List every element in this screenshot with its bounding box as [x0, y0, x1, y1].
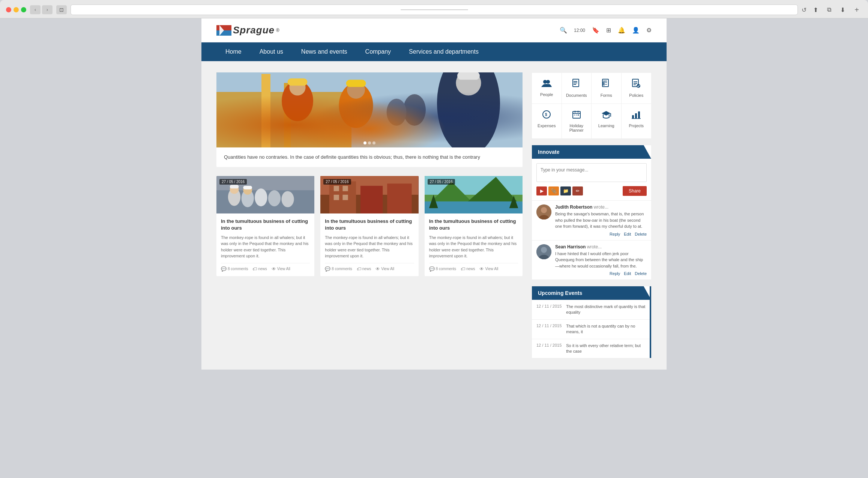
event-text-3: So it is with every other relative term;… — [566, 343, 647, 355]
minimize-button[interactable] — [14, 7, 19, 12]
back-button[interactable]: ‹ — [30, 5, 41, 14]
quick-link-policies[interactable]: Policies — [622, 73, 652, 104]
svg-rect-36 — [334, 195, 339, 200]
svg-rect-59 — [634, 83, 637, 84]
quick-links-grid: People Documents — [532, 72, 652, 139]
nav-item-news[interactable]: News and events — [292, 42, 356, 61]
sidebar-toggle-button[interactable]: ⊡ — [56, 5, 67, 14]
comments-count-2: 8 comments — [332, 267, 352, 271]
user-icon[interactable]: 👤 — [632, 27, 640, 34]
policies-icon — [625, 79, 649, 91]
event-text-1: The most distinctive mark of quantity is… — [566, 304, 647, 316]
svg-point-78 — [541, 207, 547, 213]
news-tag-1[interactable]: 🏷 news — [252, 266, 267, 272]
toolbar-attach-button[interactable]: 📎 — [548, 186, 559, 195]
events-scrollbar[interactable] — [650, 286, 651, 358]
quick-link-learning[interactable]: Learning — [592, 104, 622, 138]
bookmark-icon[interactable]: 🔖 — [592, 27, 599, 34]
quick-link-people-label: People — [535, 92, 559, 97]
people-svg-icon — [541, 79, 552, 88]
hero-dots — [363, 141, 375, 144]
quick-link-documents[interactable]: Documents — [562, 73, 592, 104]
download-button[interactable]: ⬇ — [837, 5, 848, 14]
view-icon-3: 👁 — [479, 266, 484, 272]
grid-icon[interactable]: ⊞ — [606, 27, 611, 34]
comment-content-1: Judith Robertson wrote... Being the sava… — [555, 204, 647, 236]
hero-dot-2[interactable] — [368, 141, 371, 144]
traffic-lights — [6, 7, 26, 12]
documents-icon — [565, 79, 589, 91]
news-tag-2[interactable]: 🏷 news — [357, 266, 371, 272]
content-area: Quantities have no contraries. In the ca… — [201, 61, 667, 370]
reload-button[interactable]: ↺ — [802, 6, 806, 14]
toolbar-folder-button[interactable]: 📁 — [560, 186, 571, 195]
comment-reply-1[interactable]: Reply — [610, 232, 620, 236]
news-date-badge-2: 27 / 05 / 2016 — [323, 179, 351, 185]
toolbar-icons: ▶ 📎 📁 ✏ — [536, 186, 583, 195]
quick-link-projects[interactable]: Projects — [622, 104, 652, 138]
quick-link-forms[interactable]: Forms — [592, 73, 622, 104]
toolbar-video-button[interactable]: ▶ — [536, 186, 547, 195]
comment-text-1: Being the savage's bowsman, that is, the… — [555, 211, 647, 230]
svg-point-81 — [541, 247, 547, 253]
news-card-image-1: 27 / 05 / 2016 — [216, 176, 314, 213]
svg-rect-56 — [605, 84, 607, 85]
share-button[interactable]: ⬆ — [810, 5, 821, 14]
comment-edit-2[interactable]: Edit — [624, 271, 631, 276]
news-card-footer-1: 💬 8 comments 🏷 news 👁 View All — [221, 263, 310, 272]
message-input[interactable] — [536, 163, 647, 182]
view-icon-1: 👁 — [272, 266, 276, 272]
browser-action-buttons: ⬆ ⧉ ⬇ — [810, 5, 848, 14]
main-nav: Home About us News and events Company Se… — [201, 42, 667, 61]
documents-svg-icon — [572, 79, 581, 89]
svg-point-7 — [282, 81, 313, 121]
news-card-footer-3: 💬 8 comments 🏷 news 👁 View All — [429, 263, 518, 272]
maximize-button[interactable] — [21, 7, 26, 12]
quick-link-holiday-planner[interactable]: Holiday Planner — [562, 104, 592, 138]
news-view-all-1[interactable]: 👁 View All — [272, 266, 290, 272]
toolbar-edit-button[interactable]: ✏ — [572, 186, 583, 195]
comment-edit-1[interactable]: Edit — [624, 232, 631, 236]
expenses-svg-icon: $ — [542, 110, 551, 119]
settings-icon[interactable]: ⚙ — [646, 27, 652, 34]
quick-link-people[interactable]: People — [532, 73, 562, 104]
comment-author-2: Sean Harrison wrote... — [555, 244, 647, 250]
svg-rect-53 — [603, 82, 604, 83]
nav-item-services[interactable]: Services and departments — [400, 42, 488, 61]
hero-dot-1[interactable] — [363, 141, 366, 144]
news-view-all-2[interactable]: 👁 View All — [375, 266, 394, 272]
forward-button[interactable]: › — [42, 5, 53, 14]
news-comments-2[interactable]: 💬 8 comments — [325, 266, 352, 272]
svg-rect-33 — [387, 183, 412, 213]
comment-delete-1[interactable]: Delete — [635, 232, 647, 236]
news-card-2: 27 / 05 / 2016 In the tumultuous busines… — [320, 176, 418, 276]
news-date-badge-3: 27 / 05 / 2016 — [428, 179, 455, 185]
nav-item-home[interactable]: Home — [216, 42, 251, 61]
comment-reply-2[interactable]: Reply — [610, 271, 620, 276]
svg-rect-0 — [216, 25, 231, 30]
search-icon[interactable]: 🔍 — [560, 27, 567, 34]
comment-author-1: Judith Robertson wrote... — [555, 204, 647, 210]
svg-rect-65 — [573, 113, 580, 114]
nav-item-company[interactable]: Company — [356, 42, 400, 61]
news-tag-3[interactable]: 🏷 news — [461, 266, 475, 272]
bell-icon[interactable]: 🔔 — [618, 27, 625, 34]
news-comments-1[interactable]: 💬 8 comments — [221, 266, 248, 272]
share-button[interactable]: Share — [623, 186, 647, 196]
address-bar[interactable] — [71, 5, 798, 15]
hero-dot-3[interactable] — [372, 141, 375, 144]
close-button[interactable] — [6, 7, 11, 12]
events-section: Upcoming Events 12 / 11 / 2015 The most … — [532, 286, 652, 358]
logo[interactable]: Sprague® — [216, 24, 279, 36]
news-view-all-3[interactable]: 👁 View All — [479, 266, 498, 272]
new-tab-button[interactable]: + — [851, 5, 862, 14]
event-text-2: That which is not a quantity can by no m… — [566, 323, 647, 335]
svg-rect-73 — [632, 115, 634, 119]
quick-link-expenses[interactable]: $ Expenses — [532, 104, 562, 138]
nav-item-about[interactable]: About us — [251, 42, 292, 61]
news-card-text-1: The monkey-rope is found in all whalers;… — [221, 234, 310, 259]
events-header: Upcoming Events — [532, 286, 651, 300]
news-comments-3[interactable]: 💬 8 comments — [429, 266, 456, 272]
comment-delete-2[interactable]: Delete — [635, 271, 647, 276]
fullscreen-button[interactable]: ⧉ — [824, 5, 834, 14]
